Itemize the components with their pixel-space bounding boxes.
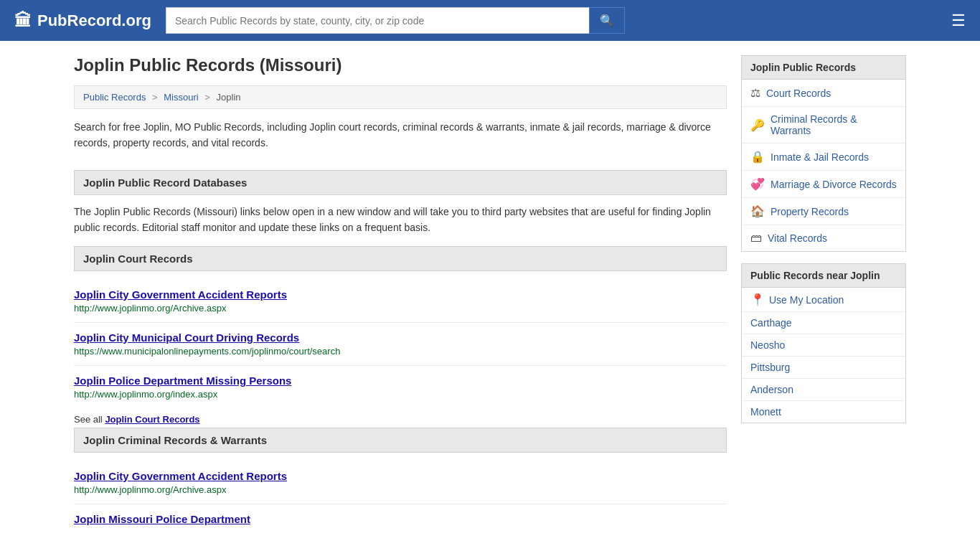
criminal-record-title-2[interactable]: Joplin Missouri Police Department xyxy=(74,513,727,525)
court-record-url-1: http://www.joplinmo.org/Archive.aspx xyxy=(74,303,727,314)
court-record-title-3[interactable]: Joplin Police Department Missing Persons xyxy=(74,375,727,387)
breadcrumb-sep-2: > xyxy=(204,92,210,103)
sidebar-inmate-records-label: Inmate & Jail Records xyxy=(771,151,869,163)
sidebar-marriage-records-label: Marriage & Divorce Records xyxy=(771,179,897,190)
see-all-court: See all Joplin Court Records xyxy=(74,408,727,428)
page-title: Joplin Public Records (Missouri) xyxy=(74,55,727,75)
court-record-item-2: Joplin City Municipal Court Driving Reco… xyxy=(74,323,727,366)
use-location-label: Use My Location xyxy=(769,294,844,306)
sidebar-item-vital-records[interactable]: 🗃 Vital Records xyxy=(742,225,905,251)
sidebar-nearby-title: Public Records near Joplin xyxy=(742,264,905,288)
criminal-records-list: Joplin City Government Accident Reports … xyxy=(74,461,727,536)
databases-section-description: The Joplin Public Records (Missouri) lin… xyxy=(74,204,727,236)
court-record-item-3: Joplin Police Department Missing Persons… xyxy=(74,366,727,408)
court-record-url-2: https://www.municipalonlinepayments.com/… xyxy=(74,346,727,357)
main-container: Joplin Public Records (Missouri) Public … xyxy=(60,41,920,550)
site-header: 🏛 PubRecord.org 🔍 ☰ xyxy=(0,0,980,41)
sidebar-nearby-carthage[interactable]: Carthage xyxy=(742,312,905,334)
sidebar-property-records-label: Property Records xyxy=(771,206,849,217)
logo-text: PubRecord.org xyxy=(37,11,151,30)
content-area: Joplin Public Records (Missouri) Public … xyxy=(74,55,727,536)
criminal-record-item-1: Joplin City Government Accident Reports … xyxy=(74,461,727,504)
breadcrumb-current: Joplin xyxy=(217,92,241,103)
sidebar-item-property-records[interactable]: 🏠 Property Records xyxy=(742,198,905,225)
sidebar-nearby-monett[interactable]: Monett xyxy=(742,401,905,423)
criminal-record-title-1[interactable]: Joplin City Government Accident Reports xyxy=(74,470,727,482)
sidebar-vital-records-label: Vital Records xyxy=(768,232,827,244)
criminal-icon: 🔑 xyxy=(750,118,765,132)
criminal-record-item-2: Joplin Missouri Police Department xyxy=(74,504,727,536)
search-container: 🔍 xyxy=(166,7,625,34)
breadcrumb-sep-1: > xyxy=(152,92,158,103)
court-records-list: Joplin City Government Accident Reports … xyxy=(74,280,727,408)
breadcrumb-link-missouri[interactable]: Missouri xyxy=(164,92,198,103)
court-record-item-1: Joplin City Government Accident Reports … xyxy=(74,280,727,323)
search-input[interactable] xyxy=(166,7,589,34)
criminal-record-url-1: http://www.joplinmo.org/Archive.aspx xyxy=(74,484,727,495)
see-all-text: See all xyxy=(74,414,103,425)
court-record-url-3: http://www.joplinmo.org/index.aspx xyxy=(74,389,727,400)
databases-section-header: Joplin Public Record Databases xyxy=(74,170,727,195)
site-logo[interactable]: 🏛 PubRecord.org xyxy=(14,11,151,31)
sidebar-item-inmate-records[interactable]: 🔒 Inmate & Jail Records xyxy=(742,143,905,171)
court-record-title-2[interactable]: Joplin City Municipal Court Driving Reco… xyxy=(74,331,727,344)
sidebar-nearby-neosho[interactable]: Neosho xyxy=(742,334,905,357)
sidebar-court-records-label: Court Records xyxy=(766,88,831,99)
criminal-records-section-header: Joplin Criminal Records & Warrants xyxy=(74,428,727,453)
menu-icon[interactable]: ☰ xyxy=(951,11,966,30)
court-records-section-header: Joplin Court Records xyxy=(74,246,727,271)
court-record-title-1[interactable]: Joplin City Government Accident Reports xyxy=(74,288,727,301)
sidebar: Joplin Public Records ⚖ Court Records 🔑 … xyxy=(741,55,906,536)
breadcrumb-link-public-records[interactable]: Public Records xyxy=(83,92,146,103)
search-icon: 🔍 xyxy=(600,14,614,27)
sidebar-use-location[interactable]: 📍 Use My Location xyxy=(742,288,905,312)
sidebar-nearby-anderson[interactable]: Anderson xyxy=(742,379,905,401)
court-icon: ⚖ xyxy=(750,86,760,100)
property-icon: 🏠 xyxy=(750,204,765,218)
search-button[interactable]: 🔍 xyxy=(589,7,625,34)
sidebar-joplin-records-box: Joplin Public Records ⚖ Court Records 🔑 … xyxy=(741,55,906,252)
page-description: Search for free Joplin, MO Public Record… xyxy=(74,119,727,159)
inmate-icon: 🔒 xyxy=(750,150,765,164)
sidebar-criminal-records-label: Criminal Records & Warrants xyxy=(771,113,897,136)
marriage-icon: 💞 xyxy=(750,177,765,191)
sidebar-joplin-records-title: Joplin Public Records xyxy=(742,56,905,80)
sidebar-nearby-box: Public Records near Joplin 📍 Use My Loca… xyxy=(741,263,906,423)
sidebar-item-marriage-records[interactable]: 💞 Marriage & Divorce Records xyxy=(742,171,905,198)
see-all-court-link[interactable]: Joplin Court Records xyxy=(105,414,199,425)
sidebar-nearby-pittsburg[interactable]: Pittsburg xyxy=(742,357,905,379)
location-icon: 📍 xyxy=(750,293,765,306)
sidebar-item-court-records[interactable]: ⚖ Court Records xyxy=(742,80,905,107)
vital-icon: 🗃 xyxy=(750,232,762,245)
sidebar-item-criminal-records[interactable]: 🔑 Criminal Records & Warrants xyxy=(742,107,905,143)
logo-icon: 🏛 xyxy=(14,11,32,31)
breadcrumb: Public Records > Missouri > Joplin xyxy=(74,85,727,109)
